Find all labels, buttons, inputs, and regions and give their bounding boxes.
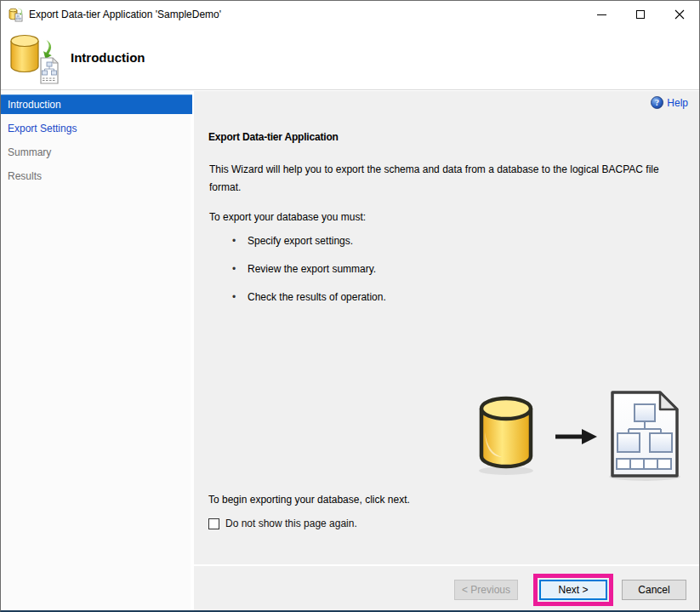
- cancel-button[interactable]: Cancel: [622, 580, 686, 600]
- sidebar-item-introduction[interactable]: Introduction: [1, 94, 192, 114]
- do-not-show-checkbox[interactable]: [208, 518, 219, 529]
- footer-divider: [194, 564, 700, 566]
- next-button[interactable]: Next >: [539, 580, 607, 600]
- page-title: Introduction: [71, 50, 145, 65]
- maximize-button[interactable]: [621, 1, 660, 28]
- sidebar-item-summary[interactable]: Summary: [1, 143, 192, 163]
- list-item: Review the export summary.: [230, 260, 386, 289]
- export-database-icon: [9, 32, 65, 85]
- begin-instruction: To begin exporting your database, click …: [208, 494, 410, 506]
- wizard-header: Introduction: [1, 28, 699, 90]
- close-icon: [674, 9, 685, 20]
- app-icon: [9, 8, 23, 22]
- do-not-show-row[interactable]: Do not show this page again.: [208, 518, 357, 529]
- help-icon: ?: [651, 96, 663, 109]
- sidebar-item-export-settings[interactable]: Export Settings: [1, 119, 192, 139]
- wizard-steps-sidebar: Introduction Export Settings Summary Res…: [1, 91, 192, 611]
- main-content: ? Help Export Data-tier Application This…: [194, 91, 699, 611]
- sidebar-item-results[interactable]: Results: [1, 167, 192, 186]
- content-heading: Export Data-tier Application: [208, 131, 339, 143]
- help-label: Help: [667, 97, 688, 109]
- list-item: Specify export settings.: [230, 232, 386, 260]
- help-link[interactable]: ? Help: [651, 96, 688, 109]
- titlebar[interactable]: Export Data-tier Application 'SampleDemo…: [1, 1, 699, 28]
- database-to-bacpac-illustration: [475, 380, 691, 484]
- maximize-icon: [636, 10, 645, 19]
- do-not-show-label: Do not show this page again.: [225, 518, 357, 529]
- previous-button[interactable]: < Previous: [454, 580, 518, 600]
- requirements-list: Specify export settings. Review the expo…: [230, 232, 386, 317]
- intro-paragraph: This Wizard will help you to export the …: [209, 161, 673, 197]
- minimize-button[interactable]: [582, 1, 621, 28]
- close-button[interactable]: [660, 1, 699, 28]
- svg-text:?: ?: [655, 98, 659, 107]
- requirements-intro: To export your database you must:: [209, 211, 366, 223]
- wizard-window: Export Data-tier Application 'SampleDemo…: [0, 0, 700, 612]
- list-item: Check the results of operation.: [230, 289, 386, 317]
- minimize-icon: [597, 14, 606, 15]
- window-title: Export Data-tier Application 'SampleDemo…: [29, 9, 221, 20]
